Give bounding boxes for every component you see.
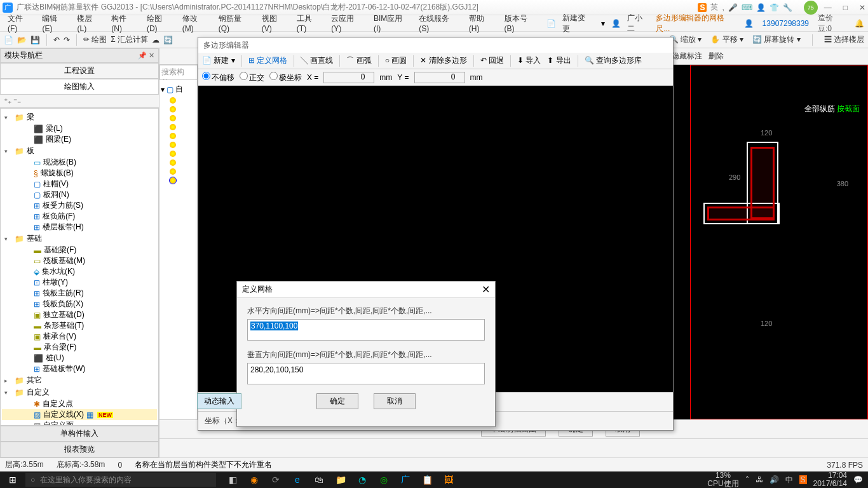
- menu-help[interactable]: 帮助(H): [465, 12, 498, 34]
- component-list[interactable]: ▾▢自: [159, 80, 198, 419]
- leaf-f-2[interactable]: ⬙集水坑(K): [2, 266, 157, 277]
- leaf-slab-2[interactable]: ▢柱帽(V): [2, 179, 157, 189]
- bell-icon[interactable]: 🔔: [855, 19, 864, 28]
- menu-rebar[interactable]: 钢筋量(Q): [215, 12, 255, 34]
- group-foundation[interactable]: 基础: [27, 233, 42, 244]
- tray-net-icon[interactable]: 🖧: [756, 475, 763, 484]
- pan-tool[interactable]: ✋ 平移 ▾: [710, 34, 743, 45]
- leaf-f-7[interactable]: ▬条形基础(T): [2, 320, 157, 331]
- leaf-slab-0[interactable]: ▭现浇板(B): [2, 157, 157, 168]
- leaf-f-0[interactable]: ▬基础梁(F): [2, 245, 157, 255]
- menu-online[interactable]: 在线服务(S): [415, 12, 463, 34]
- tray-s-icon[interactable]: S: [799, 475, 807, 484]
- menu-tool[interactable]: 工具(T): [293, 12, 325, 34]
- app-1[interactable]: ◧: [224, 473, 241, 487]
- poly-new[interactable]: 📄 新建 ▾: [202, 55, 235, 66]
- leaf-slab-5[interactable]: ⊞板负筋(F): [2, 211, 157, 222]
- app-6[interactable]: ◔: [353, 473, 371, 487]
- app-7[interactable]: ◎: [375, 473, 393, 487]
- leaf-f-6[interactable]: ▣独立基础(D): [2, 309, 157, 320]
- leaf-f-5[interactable]: ⊞筏板负筋(X): [2, 299, 157, 309]
- leaf-f-3[interactable]: ⊡柱墩(Y): [2, 277, 157, 288]
- menu-file[interactable]: 文件(F): [4, 12, 36, 34]
- group-custom[interactable]: 自定义: [27, 387, 50, 398]
- app-explorer[interactable]: 📁: [332, 473, 349, 487]
- poly-line[interactable]: ╲ 画直线: [301, 55, 333, 66]
- opt-ortho[interactable]: 正交: [240, 72, 264, 83]
- x-input[interactable]: 0: [323, 72, 374, 83]
- tab-report-preview[interactable]: 报表预览: [0, 442, 159, 458]
- poly-circle[interactable]: ○ 画圆: [385, 55, 407, 66]
- leaf-custom-point[interactable]: ✱自定义点: [2, 398, 157, 409]
- v-input[interactable]: 280,20,100,150: [247, 363, 485, 384]
- redo-icon[interactable]: ↷: [64, 36, 70, 44]
- minimize-button[interactable]: —: [824, 3, 832, 12]
- menu-view[interactable]: 视图(V): [258, 12, 290, 34]
- save-icon[interactable]: 💾: [31, 36, 40, 44]
- menu-modify[interactable]: 修改(M): [179, 12, 212, 34]
- tray-up-icon[interactable]: ˄: [745, 475, 749, 484]
- start-button[interactable]: ⊞: [0, 475, 25, 485]
- leaf-slab-4[interactable]: ⊞板受力筋(S): [2, 200, 157, 211]
- y-input[interactable]: 0: [414, 72, 465, 83]
- tab-draw-input[interactable]: 绘图输入: [0, 79, 159, 94]
- app-10[interactable]: 🖼: [440, 473, 458, 487]
- app-edge[interactable]: e: [288, 473, 306, 487]
- poly-clear[interactable]: ✕ 清除多边形: [420, 55, 466, 66]
- undo-icon[interactable]: ↶: [53, 36, 60, 44]
- close-button[interactable]: ✕: [859, 3, 865, 12]
- group-slab[interactable]: 板: [27, 146, 34, 156]
- opt-polar[interactable]: 极坐标: [269, 72, 302, 83]
- new-icon[interactable]: 📄: [4, 36, 13, 44]
- dialog-ok-button[interactable]: 确定: [316, 393, 358, 409]
- leaf-f-8[interactable]: ▣桩承台(V): [2, 331, 157, 342]
- clock[interactable]: 17:04 2017/6/14: [813, 471, 847, 488]
- poly-export[interactable]: ⬆ 导出: [547, 55, 571, 66]
- tray-notif-icon[interactable]: 💬: [853, 475, 863, 484]
- tab-project-settings[interactable]: 工程设置: [0, 63, 159, 78]
- opt-no-offset[interactable]: 不偏移: [202, 72, 234, 83]
- group-other[interactable]: 其它: [27, 375, 42, 386]
- h-input[interactable]: 370,1100,100: [247, 319, 485, 341]
- menu-component[interactable]: 构件(N): [107, 12, 140, 34]
- menu-bim[interactable]: BIM应用(I): [370, 12, 412, 34]
- menu-floor[interactable]: 楼层(L): [73, 12, 105, 34]
- dynamic-input-btn[interactable]: 动态输入: [197, 393, 241, 409]
- app-store[interactable]: 🛍: [310, 473, 328, 487]
- poly-arc[interactable]: ⌒ 画弧: [346, 55, 371, 66]
- ime-area[interactable]: S 英 ,🎤⌨👤👕🔧: [698, 2, 792, 13]
- menu-cloud[interactable]: 云应用(Y): [327, 12, 367, 34]
- component-search[interactable]: 搜索构件...: [159, 65, 198, 80]
- menu-version[interactable]: 版本号(B): [501, 12, 541, 34]
- refresh-icon[interactable]: 🔄: [163, 36, 173, 44]
- tab-single-component[interactable]: 单构件输入: [0, 426, 159, 442]
- user-label[interactable]: 广小二: [623, 11, 653, 36]
- pin-icon[interactable]: 📌 ✕: [138, 51, 154, 60]
- leaf-ring-beam[interactable]: ⬛圈梁(E): [2, 134, 157, 145]
- leaf-custom-area[interactable]: ▨自定义面: [2, 420, 157, 426]
- poly-undo[interactable]: ↶ 回退: [480, 55, 504, 66]
- taskbar-search[interactable]: ○ 在这里输入你要搜索的内容: [25, 473, 216, 487]
- leaf-custom-line[interactable]: ▨自定义线(X)▦NEW: [2, 409, 157, 420]
- poly-import[interactable]: ⬇ 导入: [517, 55, 541, 66]
- app-3[interactable]: ⟳: [267, 473, 285, 487]
- leaf-slab-1[interactable]: §螺旋板(B): [2, 168, 157, 179]
- group-beam[interactable]: 梁: [27, 112, 34, 123]
- menu-edit[interactable]: 编辑(E): [38, 12, 71, 34]
- app-9[interactable]: 📋: [418, 473, 436, 487]
- leaf-f-9[interactable]: ▬承台梁(F): [2, 342, 157, 353]
- sum-tool[interactable]: Σ 汇总计算: [111, 34, 148, 45]
- delete-btn[interactable]: 删除: [709, 51, 724, 62]
- open-icon[interactable]: 📂: [17, 36, 27, 44]
- leaf-f-1[interactable]: ▭筏板基础(M): [2, 255, 157, 266]
- menu-draw[interactable]: 绘图(D): [143, 12, 176, 34]
- tray-vol-icon[interactable]: 🔊: [770, 475, 779, 484]
- new-change[interactable]: 新建变更: [559, 11, 596, 36]
- leaf-f-10[interactable]: ⬛桩(U): [2, 353, 157, 363]
- leaf-beam[interactable]: ⬛梁(L): [2, 123, 157, 134]
- zoom-tool[interactable]: 🔍 缩放 ▾: [669, 34, 702, 45]
- poly-define-grid[interactable]: ⊞ 定义网格: [248, 55, 287, 66]
- hide-annotation[interactable]: 隐藏标注: [672, 51, 702, 62]
- component-tree[interactable]: ▾📁梁 ⬛梁(L) ⬛圈梁(E) ▾📁板 ▭现浇板(B) §螺旋板(B) ▢柱帽…: [0, 108, 159, 426]
- app-2[interactable]: ◉: [245, 473, 263, 487]
